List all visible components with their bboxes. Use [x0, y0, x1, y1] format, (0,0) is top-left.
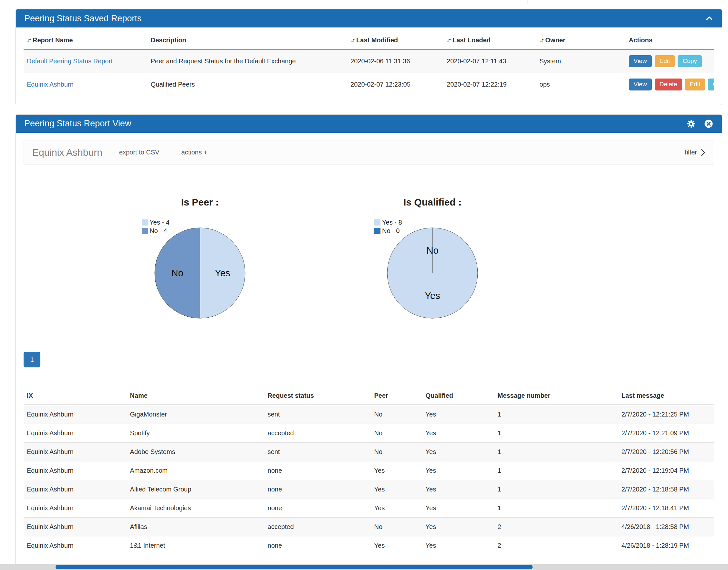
column-header-report-name[interactable]: ↓↑Report Name	[24, 31, 147, 49]
scroll-artifact	[527, 0, 528, 4]
cell-qualified: Yes	[423, 536, 495, 555]
cell-request-status: none	[264, 480, 371, 499]
column-label: Last message	[621, 392, 664, 399]
cell-message-number: 2	[495, 536, 618, 555]
close-icon[interactable]	[704, 119, 713, 128]
cell-ix: Equinix Ashburn	[24, 517, 127, 536]
sort-icon[interactable]: ↓↑	[350, 37, 354, 44]
cell-qualified: Yes	[423, 423, 495, 443]
cell-ix: Equinix Ashburn	[24, 499, 127, 517]
sort-icon[interactable]: ↓↑	[447, 37, 450, 44]
report-description: Peer and Request Status for the Default …	[147, 49, 347, 73]
legend-swatch	[374, 219, 381, 226]
cell-peer: No	[371, 423, 423, 443]
cell-peer: No	[371, 517, 423, 536]
column-header-last-message: Last message	[618, 387, 714, 405]
cell-ix: Equinix Ashburn	[24, 461, 127, 480]
chart-legend: Yes - 4No - 4	[142, 218, 169, 235]
report-results-table: IXNameRequest statusPeerQualifiedMessage…	[24, 387, 714, 555]
column-header-last-modified[interactable]: ↓↑Last Modified	[347, 31, 444, 49]
collapse-chevron-up-icon[interactable]	[705, 14, 713, 23]
column-header-actions: Actions	[626, 31, 714, 49]
legend-swatch	[142, 219, 148, 226]
column-label: Report Name	[33, 36, 73, 44]
sort-icon[interactable]: ↓↑	[539, 37, 543, 44]
cell-qualified: Yes	[423, 405, 495, 424]
pie-chart-block: Is Qualified :Yes - 8No - 0YesNo	[326, 197, 539, 323]
report-toolbar: Equinix Ashburn export to CSV actions + …	[24, 140, 714, 165]
actions-cell: ViewDeleteEditCopy	[626, 73, 714, 96]
column-label: Request status	[268, 392, 314, 399]
cell-message-number: 1	[495, 499, 618, 517]
sort-icon[interactable]: ↓↑	[27, 37, 30, 44]
pagination: 1	[24, 352, 722, 367]
cell-last-message: 4/26/2018 - 1:28:58 PM	[618, 517, 714, 536]
saved-reports-panel: Peering Status Saved Reports ↓↑Report Na…	[15, 9, 722, 105]
report-description: Qualified Peers	[147, 73, 347, 96]
cell-name: Allied Telecom Group	[127, 480, 264, 499]
cell-request-status: none	[264, 536, 371, 555]
saved-reports-header-row: ↓↑Report NameDescription↓↑Last Modified↓…	[24, 31, 714, 49]
copy-button[interactable]: Copy	[678, 55, 702, 67]
cell-qualified: Yes	[423, 443, 495, 461]
edit-button[interactable]: Edit	[685, 78, 705, 90]
cell-peer: Yes	[371, 461, 423, 480]
table-row: Equinix AshburnAmazon.comnoneYesYes12/7/…	[24, 461, 714, 480]
cell-message-number: 2	[495, 517, 618, 536]
last-modified: 2020-02-07 12:23:05	[347, 73, 444, 96]
chevron-right-icon	[701, 149, 705, 156]
chart-legend: Yes - 8No - 0	[374, 218, 402, 235]
table-row: Equinix AshburnSpotifyacceptedNoYes12/7/…	[24, 423, 714, 443]
export-csv-link[interactable]: export to CSV	[119, 149, 159, 156]
cell-request-status: accepted	[264, 517, 371, 536]
cell-request-status: sent	[264, 443, 371, 461]
cell-ix: Equinix Ashburn	[24, 405, 127, 424]
delete-button[interactable]: Delete	[655, 78, 682, 90]
saved-reports-panel-title: Peering Status Saved Reports	[24, 14, 141, 24]
edit-button[interactable]: Edit	[655, 55, 675, 67]
table-row: Equinix AshburnAfiliasacceptedNoYes24/26…	[24, 517, 714, 536]
cell-last-message: 2/7/2020 - 12:18:41 PM	[618, 499, 714, 517]
report-link[interactable]: Default Peering Status Report	[27, 57, 113, 65]
column-header-owner[interactable]: ↓↑Owner	[536, 31, 626, 49]
gear-icon[interactable]	[686, 119, 696, 128]
cell-last-message: 2/7/2020 - 12:21:25 PM	[618, 405, 714, 424]
last-modified: 2020-02-06 11:31:36	[347, 49, 444, 73]
filter-toggle[interactable]: filter	[685, 149, 705, 156]
column-label: Name	[130, 392, 147, 399]
cell-last-message: 2/7/2020 - 12:19:04 PM	[618, 461, 714, 480]
cell-name: 1&1 Internet	[127, 536, 264, 555]
cell-message-number: 1	[495, 461, 618, 480]
view-button[interactable]: View	[629, 78, 652, 90]
pie-chart: YesNo	[384, 225, 481, 321]
chart-title: Is Qualified :	[326, 197, 539, 208]
cell-ix: Equinix Ashburn	[24, 480, 127, 499]
saved-reports-panel-header: Peering Status Saved Reports	[16, 9, 722, 27]
pie-label-no: No	[426, 245, 438, 256]
report-view-panel-header: Peering Status Report View	[16, 115, 722, 133]
legend-label: Yes - 8	[382, 219, 402, 226]
pie-chart-block: Is Peer :Yes - 4No - 4YesNo	[93, 197, 306, 323]
column-header-last-loaded[interactable]: ↓↑Last Loaded	[444, 31, 536, 49]
actions-menu-link[interactable]: actions +	[181, 149, 207, 156]
cell-peer: No	[371, 405, 423, 424]
pagination-page-1[interactable]: 1	[24, 352, 40, 367]
cell-peer: Yes	[371, 499, 423, 517]
column-label: Description	[150, 36, 186, 44]
cell-ix: Equinix Ashburn	[24, 536, 127, 555]
cell-request-status: none	[264, 499, 371, 517]
legend-item: Yes - 8	[374, 218, 402, 227]
report-link[interactable]: Equinix Ashburn	[27, 81, 74, 88]
report-name: Equinix Ashburn	[32, 147, 102, 158]
table-row: Equinix AshburnGigaMonstersentNoYes12/7/…	[24, 405, 714, 424]
pie-chart: YesNo	[151, 225, 248, 321]
cell-last-message: 2/7/2020 - 12:21:09 PM	[618, 423, 714, 443]
cell-last-message: 4/26/2018 - 1:28:19 PM	[618, 536, 714, 555]
saved-reports-table: ↓↑Report NameDescription↓↑Last Modified↓…	[24, 31, 714, 96]
column-header-message-number: Message number	[495, 387, 618, 405]
column-header-ix: IX	[24, 387, 127, 405]
cell-name: GigaMonster	[127, 405, 264, 424]
copy-button[interactable]: Copy	[708, 78, 714, 90]
cell-request-status: sent	[264, 405, 371, 424]
view-button[interactable]: View	[629, 55, 652, 67]
